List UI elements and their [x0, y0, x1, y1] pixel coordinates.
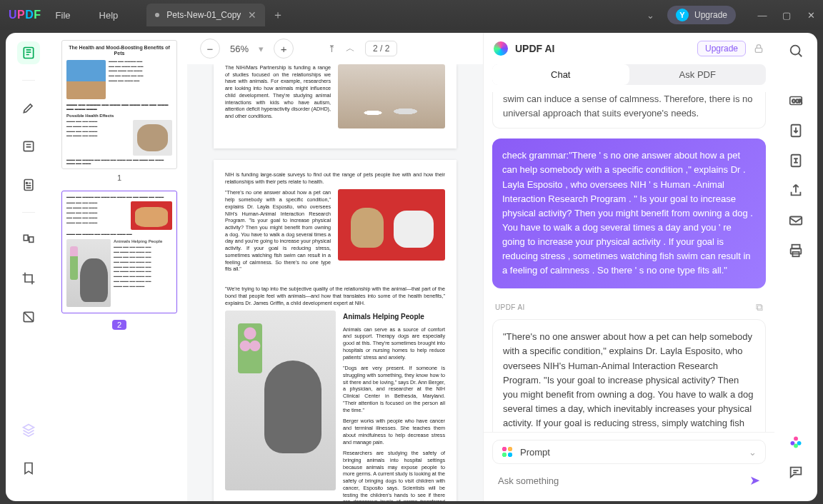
doc-text: "We're trying to tap into the subjective…	[225, 286, 445, 306]
upgrade-label: Upgrade	[694, 10, 727, 20]
app-logo: UPDF	[9, 9, 41, 21]
window-maximize-button[interactable]: ▢	[774, 10, 799, 21]
doc-image-kittens	[338, 64, 445, 128]
main-content: The Health and Mood-Boosting Benefits of…	[51, 33, 774, 501]
svg-rect-13	[790, 217, 802, 225]
zoom-out-button[interactable]: −	[200, 39, 220, 59]
bookmark-icon[interactable]	[17, 457, 40, 480]
new-tab-button[interactable]: ＋	[272, 8, 284, 23]
ai-upgrade-button[interactable]: Upgrade	[697, 41, 746, 56]
chevron-down-icon: ⌄	[749, 447, 757, 458]
document-tab[interactable]: Pets-New-01_Copy ✕	[146, 4, 265, 26]
doc-text: The NIH/Mars Partnership is funding a ra…	[225, 64, 331, 120]
page-indicator[interactable]: 2 / 2	[365, 41, 397, 56]
convert-icon[interactable]	[788, 123, 804, 138]
doc-text: Berger works with people who have cancer…	[343, 418, 445, 445]
svg-rect-7	[755, 48, 762, 52]
page-scroll-area[interactable]: The NIH/Mars Partnership is funding a ra…	[187, 64, 483, 501]
reader-mode-icon[interactable]	[17, 41, 40, 64]
document-viewer: − 56% ▾ + ⤒ ︿ 2 / 2 The NIH/Mars Partner…	[187, 33, 483, 501]
thumb-image	[131, 201, 172, 230]
prev-page-button[interactable]: ︿	[346, 42, 355, 55]
form-icon[interactable]	[17, 173, 40, 196]
titlebar: UPDF File Help Pets-New-01_Copy ✕ ＋ ⌄ Y …	[0, 0, 823, 30]
ai-message-previous: swim can induce a sense of calmness. The…	[492, 92, 766, 128]
prompt-selector[interactable]: Prompt ⌄	[492, 440, 766, 464]
svg-point-19	[797, 441, 802, 445]
prompt-icon	[502, 446, 513, 458]
ai-input[interactable]	[498, 475, 742, 486]
close-icon[interactable]: ✕	[248, 9, 256, 21]
ai-conversation[interactable]: swim can induce a sense of calmness. The…	[484, 85, 774, 432]
layers-icon[interactable]	[17, 418, 40, 441]
pdf-page-1-tail: The NIH/Mars Partnership is funding a ra…	[214, 64, 457, 148]
thumb-image	[66, 239, 111, 307]
svg-rect-4	[24, 235, 28, 241]
viewer-toolbar: − 56% ▾ + ⤒ ︿ 2 / 2	[187, 33, 483, 64]
ai-flower-icon[interactable]	[788, 434, 804, 450]
lock-icon[interactable]	[753, 43, 764, 54]
thumb-text: ▬▬▬ ▬▬ ▬▬ ▬▬▬▬▬ ▬▬▬ ▬▬ ▬▬▬▬▬▬ ▬▬ ▬▬ ▬▬▬▬…	[66, 201, 128, 230]
first-page-button[interactable]: ⤒	[328, 44, 336, 54]
ai-header: UPDF AI Upgrade	[484, 33, 774, 64]
copy-icon[interactable]: ⧉	[756, 300, 763, 316]
highlight-icon[interactable]	[17, 96, 40, 119]
svg-rect-5	[29, 237, 34, 243]
page-thumbnail-2[interactable]: ▬▬▬ ▬▬ ▬▬▬▬ ▬▬ ▬▬▬ ▬▬ ▬▬▬ ▬▬ ▬▬ ▬▬▬ ▬▬ ▬…	[61, 191, 177, 314]
upgrade-pill[interactable]: Y Upgrade	[667, 6, 736, 24]
svg-point-17	[794, 436, 798, 440]
doc-text: "There's no one answer about how a pet c…	[225, 189, 331, 273]
user-message: check grammar:"There ' s no one answer a…	[492, 138, 766, 288]
thumb-text: ▬▬▬ ▬▬ ▬▬▬▬ ▬▬▬▬ ▬▬ ▬▬▬ ▬▬ ▬▬▬▬▬ ▬▬▬ ▬▬ …	[109, 60, 172, 99]
zoom-in-button[interactable]: +	[274, 39, 294, 59]
pdf-page-2: NIH is funding large-scale surveys to fi…	[214, 160, 457, 501]
page-number-2: 2	[112, 320, 126, 330]
menu-help[interactable]: Help	[99, 10, 119, 21]
zoom-level[interactable]: 56%	[230, 44, 249, 54]
doc-heading: Animals Helping People	[343, 312, 445, 322]
thumb-subheading: Possible Health Effects	[66, 114, 172, 119]
page-thumbnail-1[interactable]: The Health and Mood-Boosting Benefits of…	[61, 40, 177, 169]
tabs-dropdown-icon[interactable]: ⌄	[647, 10, 654, 21]
user-avatar: Y	[676, 9, 689, 21]
compress-icon[interactable]	[788, 153, 804, 168]
ai-message: "There's no one answer about how a pet c…	[492, 319, 766, 432]
thumbnail-panel: The Health and Mood-Boosting Benefits of…	[51, 33, 187, 501]
organize-pages-icon[interactable]	[17, 228, 40, 251]
thumb-title: The Health and Mood-Boosting Benefits of…	[66, 45, 172, 57]
ai-input-area: Prompt ⌄ ➤	[484, 432, 774, 501]
zoom-dropdown-icon[interactable]: ▾	[259, 44, 264, 54]
ocr-icon[interactable]: OCR	[788, 93, 804, 109]
tab-title: Pets-New-01_Copy	[166, 10, 241, 20]
prompt-label: Prompt	[520, 447, 550, 458]
thumb-image	[66, 60, 106, 99]
edit-text-icon[interactable]	[17, 135, 40, 158]
right-toolbar: OCR	[774, 33, 817, 501]
thumb-text: ▬▬▬ ▬▬ ▬▬ ▬▬▬▬▬ ▬▬▬ ▬▬ ▬▬▬▬▬▬ ▬▬ ▬▬ ▬▬▬▬…	[66, 120, 130, 156]
thumb-image	[133, 120, 172, 156]
svg-point-20	[794, 444, 798, 448]
ai-title: UPDF AI	[515, 43, 554, 54]
ai-response-label: UPDF AI ⧉	[492, 300, 766, 320]
share-icon[interactable]	[788, 183, 804, 198]
doc-text: Animals can serve as a source of comfort…	[343, 326, 445, 361]
tab-chat[interactable]: Chat	[492, 64, 629, 85]
ai-logo-icon	[494, 41, 508, 56]
ai-tabs: Chat Ask PDF	[492, 64, 766, 85]
window-close-button[interactable]: ✕	[799, 10, 823, 21]
doc-text: NIH is funding large-scale surveys to fi…	[225, 171, 445, 185]
comment-icon[interactable]	[788, 464, 804, 480]
print-icon[interactable]	[788, 243, 804, 258]
redact-icon[interactable]	[17, 306, 40, 328]
menu-file[interactable]: File	[56, 10, 71, 21]
doc-text: "Dogs are very present. If someone is st…	[343, 365, 445, 413]
email-icon[interactable]	[788, 213, 804, 228]
tab-ask-pdf[interactable]: Ask PDF	[629, 64, 767, 85]
crop-icon[interactable]	[17, 267, 40, 290]
window-minimize-button[interactable]: —	[750, 10, 774, 21]
doc-text: Researchers are studying the safety of b…	[343, 450, 445, 501]
left-toolbar	[6, 33, 51, 501]
send-button[interactable]: ➤	[749, 473, 760, 488]
search-icon[interactable]	[788, 43, 804, 59]
tab-indicator-icon	[155, 13, 159, 17]
